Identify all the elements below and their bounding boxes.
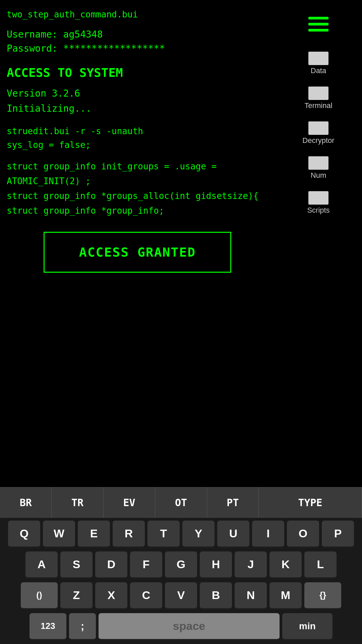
command-block: struedit.bui -r -s -unauth sys_log = fal… bbox=[7, 124, 268, 152]
key-r[interactable]: R bbox=[113, 521, 145, 547]
key-a[interactable]: A bbox=[25, 551, 58, 578]
key-q[interactable]: Q bbox=[8, 521, 40, 547]
keyboard-row-1: Q W E R T Y U I O P bbox=[0, 518, 362, 549]
folder-icon-data bbox=[308, 48, 328, 65]
key-c[interactable]: C bbox=[130, 582, 162, 609]
toolbar-key-ev[interactable]: EV bbox=[104, 487, 155, 518]
keyboard-row-3: () Z X C V B N M {} bbox=[0, 580, 362, 610]
struct3: struct group_info *group_info; bbox=[7, 206, 164, 216]
sidebar-item-terminal[interactable]: Terminal bbox=[304, 83, 332, 110]
hamburger-menu-icon[interactable] bbox=[308, 17, 328, 32]
struct1: struct group_info init_groups = .usage =… bbox=[7, 161, 217, 186]
section-title: ACCESS TO SYSTEM bbox=[7, 66, 268, 79]
command1: struedit.bui -r -s -unauth bbox=[7, 126, 143, 136]
toolbar-key-tr[interactable]: TR bbox=[52, 487, 103, 518]
key-semicolon[interactable]: ; bbox=[69, 613, 96, 640]
key-m[interactable]: M bbox=[269, 582, 302, 609]
keyboard-area: BR TR EV OT PT TYPE Q W E R T Y U I O P … bbox=[0, 487, 362, 644]
version-text: Version 3.2.6 bbox=[7, 88, 80, 99]
folder-icon-scripts bbox=[308, 188, 328, 205]
keyboard-row-2: A S D F G H J K L bbox=[0, 549, 362, 580]
sidebar-label-terminal: Terminal bbox=[304, 101, 332, 110]
sidebar: Data Terminal Decryptor Num Scripts bbox=[275, 0, 362, 362]
version-info: Version 3.2.6 Initializing... bbox=[7, 86, 268, 116]
toolbar-key-pt[interactable]: PT bbox=[207, 487, 259, 518]
key-t[interactable]: T bbox=[147, 521, 180, 547]
key-y[interactable]: Y bbox=[182, 521, 215, 547]
keyboard-toolbar: BR TR EV OT PT TYPE bbox=[0, 487, 362, 518]
key-o[interactable]: O bbox=[287, 521, 319, 547]
password-value: ****************** bbox=[63, 43, 165, 54]
key-z[interactable]: Z bbox=[60, 582, 93, 609]
key-num[interactable]: 123 bbox=[29, 613, 66, 640]
key-f[interactable]: F bbox=[130, 551, 162, 578]
key-e[interactable]: E bbox=[78, 521, 110, 547]
key-space[interactable]: space bbox=[99, 613, 280, 640]
key-h[interactable]: H bbox=[200, 551, 232, 578]
key-s[interactable]: S bbox=[60, 551, 93, 578]
key-min[interactable]: min bbox=[282, 613, 333, 640]
toolbar-key-br[interactable]: BR bbox=[0, 487, 52, 518]
status-text: Initializing... bbox=[7, 103, 92, 114]
key-n[interactable]: N bbox=[235, 582, 267, 609]
sidebar-label-scripts: Scripts bbox=[307, 206, 329, 215]
key-j[interactable]: J bbox=[235, 551, 267, 578]
sidebar-item-decryptor[interactable]: Decryptor bbox=[302, 118, 334, 145]
key-g[interactable]: G bbox=[165, 551, 197, 578]
toolbar-key-ot[interactable]: OT bbox=[155, 487, 207, 518]
keyboard-row-bottom: 123 ; space min bbox=[0, 610, 362, 644]
key-x[interactable]: X bbox=[95, 582, 127, 609]
access-granted-button[interactable]: ACCESS GRANTED bbox=[44, 232, 231, 273]
sidebar-label-decryptor: Decryptor bbox=[302, 136, 334, 145]
key-b[interactable]: B bbox=[200, 582, 232, 609]
toolbar-key-type[interactable]: TYPE bbox=[259, 487, 362, 518]
key-d[interactable]: D bbox=[95, 551, 127, 578]
struct2: struct group_info *groups_alloc(int gids… bbox=[7, 191, 258, 201]
hamburger-line-2 bbox=[308, 23, 328, 25]
key-parens[interactable]: () bbox=[21, 582, 58, 609]
username-label: Username: bbox=[7, 29, 58, 40]
key-i[interactable]: I bbox=[252, 521, 284, 547]
folder-icon-terminal bbox=[308, 83, 328, 100]
key-v[interactable]: V bbox=[165, 582, 197, 609]
hamburger-line-1 bbox=[308, 17, 328, 19]
sidebar-label-data: Data bbox=[311, 66, 326, 75]
key-p[interactable]: P bbox=[322, 521, 354, 547]
key-braces[interactable]: {} bbox=[304, 582, 341, 609]
username-value: ag54348 bbox=[63, 29, 103, 40]
command2: sys_log = false; bbox=[7, 140, 90, 150]
struct-block: struct group_info init_groups = .usage =… bbox=[7, 159, 268, 218]
credentials-block: Username: ag54348 Password: ************… bbox=[7, 28, 268, 56]
folder-icon-num bbox=[308, 153, 328, 170]
key-k[interactable]: K bbox=[269, 551, 302, 578]
sidebar-item-num[interactable]: Num bbox=[308, 153, 328, 180]
key-u[interactable]: U bbox=[217, 521, 249, 547]
key-w[interactable]: W bbox=[43, 521, 75, 547]
folder-icon-decryptor bbox=[308, 118, 328, 135]
sidebar-label-num: Num bbox=[311, 171, 326, 180]
hamburger-line-3 bbox=[308, 29, 328, 32]
main-content: two_step_auth_command.bui Username: ag54… bbox=[0, 0, 275, 362]
key-l[interactable]: L bbox=[304, 551, 337, 578]
app-title: two_step_auth_command.bui bbox=[7, 9, 268, 19]
password-label: Password: bbox=[7, 43, 58, 54]
sidebar-item-scripts[interactable]: Scripts bbox=[307, 188, 329, 215]
sidebar-item-data[interactable]: Data bbox=[308, 48, 328, 75]
